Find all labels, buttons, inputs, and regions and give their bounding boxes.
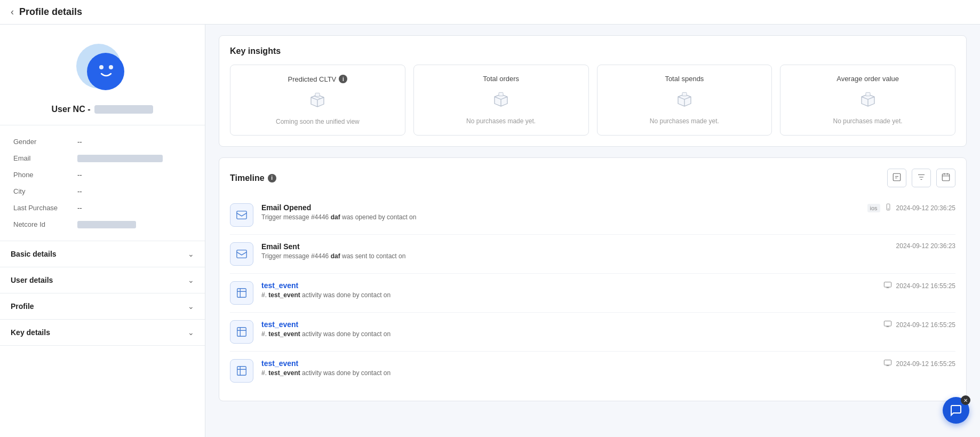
timeline-actions xyxy=(887,169,955,187)
insights-card: Key insights Predicted CLTV i xyxy=(219,35,967,147)
field-gender: Gender -- xyxy=(13,133,192,150)
box-icon-spends xyxy=(605,89,764,112)
event-title: Email Sent xyxy=(261,242,888,251)
csv-download-button[interactable] xyxy=(887,169,906,187)
sidebar-section-user-details[interactable]: User details ⌄ xyxy=(0,267,205,293)
svg-rect-9 xyxy=(942,174,950,181)
event-desc: Trigger message #4446 daf was sent to co… xyxy=(261,252,888,260)
svg-rect-4 xyxy=(315,93,320,96)
svg-rect-15 xyxy=(884,282,891,287)
svg-rect-5 xyxy=(499,92,503,96)
page-title: Profile details xyxy=(19,6,82,18)
email-sent-icon xyxy=(230,242,253,266)
event-meta: 2024-09-12 20:36:23 xyxy=(896,242,955,250)
svg-rect-18 xyxy=(237,367,246,376)
box-icon-orders xyxy=(422,89,580,112)
timeline-item: Email Opened Trigger message #4446 daf w… xyxy=(230,196,955,235)
event-desc: #. test_event activity was done by conta… xyxy=(261,330,875,338)
insight-predicted-cltv: Predicted CLTV i Com xyxy=(230,65,405,136)
test-event-icon-3 xyxy=(230,359,253,383)
event-title[interactable]: test_event xyxy=(261,281,875,290)
chevron-icon: ⌄ xyxy=(188,302,194,311)
box-icon-cltv xyxy=(238,90,397,113)
profile-fields: Gender -- Email Phone -- City -- Last Pu… xyxy=(0,125,205,241)
event-desc: #. test_event activity was done by conta… xyxy=(261,291,875,299)
field-netcore-id: Netcore Id xyxy=(13,216,192,233)
user-name-blur xyxy=(94,105,153,114)
insights-grid: Predicted CLTV i Com xyxy=(230,65,955,136)
timeline-card: Timeline i xyxy=(219,157,967,401)
test-event-icon-1 xyxy=(230,281,253,305)
email-sent-body: Email Sent Trigger message #4446 daf was… xyxy=(261,242,888,260)
timeline-item: test_event #. test_event activity was do… xyxy=(230,313,955,352)
email-opened-icon xyxy=(230,203,253,227)
event-desc: Trigger message #4446 daf was opened by … xyxy=(261,213,859,221)
test-event-body-3: test_event #. test_event activity was do… xyxy=(261,359,875,377)
orders-empty-text: No purchases made yet. xyxy=(422,117,580,125)
timeline-item: test_event #. test_event activity was do… xyxy=(230,352,955,390)
mobile-icon xyxy=(885,203,892,212)
chat-close-button[interactable]: ✕ xyxy=(961,395,970,405)
timeline-header: Timeline i xyxy=(230,169,955,187)
email-opened-body: Email Opened Trigger message #4446 daf w… xyxy=(261,203,859,221)
cltv-empty-text: Coming soon the unified view xyxy=(238,118,397,125)
svg-point-3 xyxy=(109,65,113,69)
sidebar-section-basic-details[interactable]: Basic details ⌄ xyxy=(0,241,205,267)
desktop-icon xyxy=(883,320,892,329)
svg-rect-17 xyxy=(884,321,891,326)
platform-badge: ios xyxy=(867,204,880,212)
event-title: Email Opened xyxy=(261,203,859,212)
event-timestamp: 2024-09-12 20:36:25 xyxy=(896,204,955,212)
svg-point-2 xyxy=(99,65,103,69)
event-meta: 2024-09-12 16:55:25 xyxy=(883,359,955,368)
avatar xyxy=(75,41,131,97)
svg-rect-10 xyxy=(237,211,246,219)
insight-total-spends: Total spends No purchases made yet. xyxy=(597,65,772,136)
insight-total-orders: Total orders No purchases made yet. xyxy=(413,65,589,136)
event-timestamp: 2024-09-12 16:55:25 xyxy=(896,321,955,329)
timeline-item: test_event #. test_event activity was do… xyxy=(230,274,955,313)
event-timestamp: 2024-09-12 20:36:23 xyxy=(896,242,955,250)
timeline-title: Timeline i xyxy=(230,173,276,183)
desktop-icon xyxy=(883,281,892,290)
event-meta: 2024-09-12 16:55:25 xyxy=(883,320,955,329)
event-title[interactable]: test_event xyxy=(261,320,875,329)
calendar-button[interactable] xyxy=(936,169,955,187)
event-timestamp: 2024-09-12 16:55:25 xyxy=(896,282,955,290)
right-content: Key insights Predicted CLTV i xyxy=(205,25,980,437)
sidebar-section-profile[interactable]: Profile ⌄ xyxy=(0,293,205,320)
field-last-purchase: Last Purchase -- xyxy=(13,200,192,216)
field-email: Email xyxy=(13,150,192,166)
test-event-body-1: test_event #. test_event activity was do… xyxy=(261,281,875,299)
back-button[interactable]: ‹ xyxy=(11,6,14,18)
profile-section: User NC - xyxy=(0,25,205,125)
field-city: City -- xyxy=(13,183,192,200)
insights-title: Key insights xyxy=(230,46,955,56)
page-header: ‹ Profile details xyxy=(0,0,980,25)
timeline-info-icon[interactable]: i xyxy=(268,174,276,182)
filter-button[interactable] xyxy=(912,169,931,187)
event-title[interactable]: test_event xyxy=(261,359,875,368)
email-blur xyxy=(77,155,163,162)
svg-rect-13 xyxy=(237,250,246,258)
left-sidebar: User NC - Gender -- Email Phone -- xyxy=(0,25,205,437)
svg-point-12 xyxy=(888,209,888,209)
svg-rect-16 xyxy=(237,328,246,337)
sidebar-section-key-details[interactable]: Key details ⌄ xyxy=(0,320,205,346)
svg-rect-19 xyxy=(884,360,891,365)
event-timestamp: 2024-09-12 16:55:25 xyxy=(896,360,955,368)
svg-point-1 xyxy=(87,53,124,90)
desktop-icon xyxy=(883,359,892,368)
avg-order-empty-text: No purchases made yet. xyxy=(788,117,947,125)
test-event-body-2: test_event #. test_event activity was do… xyxy=(261,320,875,338)
chevron-icon: ⌄ xyxy=(188,276,194,284)
svg-rect-7 xyxy=(866,92,870,96)
event-meta: ios 2024-09-12 20:36:25 xyxy=(867,203,956,212)
field-phone: Phone -- xyxy=(13,166,192,183)
chevron-icon: ⌄ xyxy=(188,328,194,337)
test-event-icon-2 xyxy=(230,320,253,344)
chevron-icon: ⌄ xyxy=(188,250,194,258)
user-name: User NC - xyxy=(11,105,194,114)
info-icon-cltv[interactable]: i xyxy=(339,75,347,83)
box-icon-avg xyxy=(788,89,947,112)
